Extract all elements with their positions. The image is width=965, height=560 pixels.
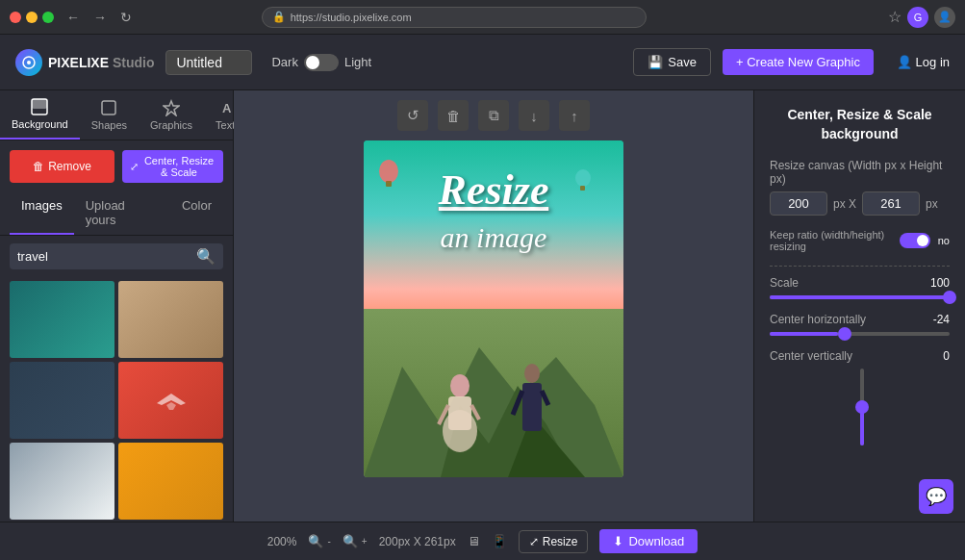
search-input[interactable] xyxy=(17,249,196,264)
minimize-window-btn[interactable] xyxy=(26,12,38,23)
center-v-value: 0 xyxy=(943,349,950,363)
image-tab-color[interactable]: Color xyxy=(170,192,223,235)
list-item[interactable] xyxy=(118,281,223,358)
center-h-slider-group: Center horizontally -24 xyxy=(770,313,950,336)
save-button[interactable]: 💾 Save xyxy=(633,48,711,76)
canvas-overlay-title: Resize an image xyxy=(377,169,611,254)
canvas-area: ↺ 🗑 ⧉ ↓ ↑ xyxy=(234,90,753,522)
image-tab-upload[interactable]: Upload yours xyxy=(74,192,170,235)
zoom-out-button[interactable]: 🔍- xyxy=(308,534,330,548)
graphics-icon xyxy=(163,99,180,116)
resize-canvas-group: Resize canvas (Width px x Height px) px … xyxy=(770,159,950,216)
delete-button[interactable]: 🗑 xyxy=(438,100,469,131)
maximize-window-btn[interactable] xyxy=(42,12,54,23)
zoom-in-button[interactable]: 🔍+ xyxy=(343,534,368,548)
center-resize-scale-button[interactable]: ⤢ Center, Resize & Scale xyxy=(122,150,223,183)
center-v-slider-track[interactable] xyxy=(860,369,864,445)
remove-button[interactable]: 🗑 Remove xyxy=(10,150,114,183)
move-down-button[interactable]: ↓ xyxy=(519,100,549,131)
pixelixe-logo-svg xyxy=(21,55,37,70)
sidebar-actions: 🗑 Remove ⤢ Center, Resize & Scale xyxy=(0,140,233,192)
undo-button[interactable]: ↺ xyxy=(397,100,428,131)
theme-toggle-group: Dark Light xyxy=(271,54,371,71)
logo-icon xyxy=(15,49,42,76)
search-icon[interactable]: 🔍 xyxy=(196,247,216,266)
avatar: G xyxy=(907,7,928,28)
browser-navigation: ← → ↻ xyxy=(62,8,137,27)
zoom-level: 200% xyxy=(267,535,297,548)
download-button[interactable]: ⬇ Download xyxy=(599,529,698,553)
close-window-btn[interactable] xyxy=(10,12,21,23)
sidebar-tab-shapes[interactable]: Shapes xyxy=(80,91,139,139)
forward-button[interactable]: → xyxy=(89,8,112,27)
chat-button[interactable]: 💬 xyxy=(919,479,953,514)
dark-label: Dark xyxy=(271,55,297,69)
divider xyxy=(770,266,950,267)
browser-chrome: ← → ↻ 🔒 https://studio.pixelixe.com ☆ G … xyxy=(0,0,965,35)
canvas-wrapper: Resize an image xyxy=(364,140,623,477)
left-sidebar: Background Shapes Graphics A Texts « 🗑 R… xyxy=(0,90,234,522)
document-title-input[interactable] xyxy=(165,50,252,75)
lock-icon: 🔒 xyxy=(272,11,286,23)
browser-actions: ☆ G 👤 xyxy=(888,7,955,28)
panel-title: Center, Resize & Scale background xyxy=(770,106,950,143)
svg-point-10 xyxy=(450,374,470,397)
center-h-slider-track[interactable] xyxy=(770,332,950,336)
app-header: PIXELIXE Studio Dark Light 💾 Save + Crea… xyxy=(0,35,965,90)
download-icon: ⬇ xyxy=(613,534,623,548)
login-button[interactable]: 👤 Log in xyxy=(897,55,950,69)
list-item[interactable] xyxy=(10,362,114,439)
resize-icon: ⤢ xyxy=(130,161,139,173)
main-layout: Background Shapes Graphics A Texts « 🗑 R… xyxy=(0,90,965,522)
keep-ratio-toggle[interactable] xyxy=(900,233,930,248)
refresh-button[interactable]: ↻ xyxy=(115,8,137,27)
mobile-view-button[interactable]: 📱 xyxy=(492,534,507,548)
move-up-button[interactable]: ↑ xyxy=(559,100,590,131)
logo: PIXELIXE Studio xyxy=(15,49,154,76)
vertical-slider-container xyxy=(770,369,950,445)
scale-slider-track[interactable] xyxy=(770,295,950,299)
theme-toggle-switch[interactable] xyxy=(304,54,339,71)
bottom-bar: 200% 🔍- 🔍+ 200px X 261px 🖥 📱 ⤢ Resize ⬇ … xyxy=(0,522,965,560)
center-v-label: Center vertically xyxy=(770,349,852,363)
center-v-slider-group: Center vertically 0 xyxy=(770,349,950,445)
center-v-slider-thumb[interactable] xyxy=(855,400,869,414)
sidebar-tab-graphics[interactable]: Graphics xyxy=(139,91,204,139)
svg-point-1 xyxy=(27,61,31,64)
sidebar-tabs: Background Shapes Graphics A Texts « xyxy=(0,90,233,140)
background-icon xyxy=(31,98,48,115)
canvas[interactable]: Resize an image xyxy=(364,140,623,477)
height-input[interactable] xyxy=(862,191,920,216)
logo-text: PIXELIXE Studio xyxy=(48,55,154,70)
address-bar[interactable]: 🔒 https://studio.pixelixe.com xyxy=(262,7,647,28)
star-icon[interactable]: ☆ xyxy=(888,8,902,26)
light-label: Light xyxy=(344,55,371,69)
list-item[interactable] xyxy=(118,362,223,439)
svg-line-18 xyxy=(542,391,548,405)
scale-label: Scale xyxy=(770,276,799,290)
back-button[interactable]: ← xyxy=(62,8,85,27)
list-item[interactable] xyxy=(118,443,223,520)
scale-slider-row: Scale 100 xyxy=(770,276,950,290)
center-h-slider-thumb[interactable] xyxy=(838,327,851,341)
create-new-graphic-button[interactable]: + Create New Graphic xyxy=(723,49,874,75)
svg-rect-16 xyxy=(522,383,542,431)
resize-canvas-label: Resize canvas (Width px x Height px) xyxy=(770,159,950,186)
duplicate-button[interactable]: ⧉ xyxy=(478,100,509,131)
scale-slider-fill xyxy=(770,295,950,299)
desktop-view-button[interactable]: 🖥 xyxy=(468,534,480,548)
resize-inputs: px X px xyxy=(770,191,950,216)
list-item[interactable] xyxy=(10,443,114,520)
sidebar-tab-background[interactable]: Background xyxy=(0,90,80,140)
resize-bottom-button[interactable]: ⤢ Resize xyxy=(519,530,589,553)
width-input[interactable] xyxy=(770,191,827,216)
image-tab-images[interactable]: Images xyxy=(10,192,74,235)
svg-point-15 xyxy=(524,364,540,383)
search-bar: 🔍 xyxy=(10,243,223,269)
canvas-dimensions: 200px X 261px xyxy=(379,535,456,548)
scale-slider-group: Scale 100 xyxy=(770,276,950,299)
list-item[interactable] xyxy=(10,281,114,358)
scale-slider-thumb[interactable] xyxy=(943,291,956,304)
svg-rect-4 xyxy=(102,101,115,115)
center-h-value: -24 xyxy=(933,313,950,326)
